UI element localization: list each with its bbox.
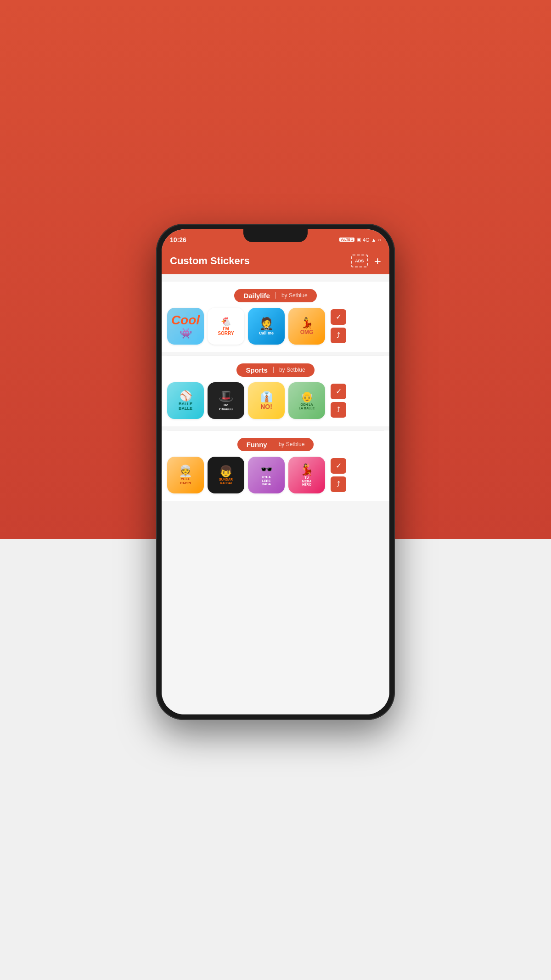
sticker-callme-text: Call me <box>259 331 274 335</box>
sticker-utha-text: UTHALEREBABA <box>262 476 271 486</box>
network-icon: ▲ <box>371 237 376 243</box>
pack-author-funny: by Setblue <box>279 441 305 448</box>
sticker-de[interactable]: 🎩 DeChauuu <box>208 382 244 419</box>
badge-divider-2 <box>273 367 274 373</box>
status-time: 10:26 <box>170 236 186 244</box>
stickers-row-dailylife: Cool 👾 🐔 I'MSORRY 🤵 <box>162 308 389 345</box>
sticker-pack-funny: Funny by Setblue 👳 YELEPAPPI <box>162 431 389 501</box>
sticker-tu-text: TUMERAHERO <box>302 476 312 487</box>
sticker-sundar-text: SUNDARKAI BAI <box>219 478 233 485</box>
sticker-yele-text: YELEPAPPI <box>180 477 191 486</box>
sticker-packs-list: Dailylife by Setblue Cool 👾 <box>162 274 389 714</box>
sticker-sundar[interactable]: 👦 SUNDARKAI BAI <box>208 457 244 493</box>
sticker-sorry-text: I'MSORRY <box>218 327 234 336</box>
pack-name-sports: Sports <box>246 366 268 374</box>
pack-actions-dailylife: ✓ ⤴ <box>331 309 346 343</box>
phone-screen: 10:26 VoLTE 1 ▣ 4G ▲ ○ Custom Stickers A… <box>162 229 389 714</box>
sticker-no[interactable]: 👔 NO! <box>248 382 285 419</box>
share-pack-sports-button[interactable]: ⤴ <box>331 402 346 418</box>
pack-author-sports: by Setblue <box>279 367 305 373</box>
app-bar-actions: ADS + <box>351 255 381 267</box>
share-pack-dailylife-button[interactable]: ⤴ <box>331 328 346 343</box>
add-pack-dailylife-button[interactable]: ✓ <box>331 309 346 325</box>
add-pack-sports-button[interactable]: ✓ <box>331 384 346 399</box>
add-button[interactable]: + <box>374 255 381 267</box>
volte-badge: VoLTE 1 <box>339 238 354 242</box>
sticker-tu[interactable]: 💃 TUMERAHERO <box>288 457 325 493</box>
sticker-callme[interactable]: 🤵 Call me <box>248 308 285 345</box>
sticker-pack-sports: Sports by Setblue ⚾ BALLEBALLE <box>162 356 389 426</box>
pack-name-funny: Funny <box>247 441 267 448</box>
add-pack-funny-button[interactable]: ✓ <box>331 458 346 474</box>
sticker-cool-text: Cool <box>171 313 200 328</box>
stickers-row-sports: ⚾ BALLEBALLE 🎩 DeChauuu � <box>162 382 389 419</box>
status-icons: VoLTE 1 ▣ 4G ▲ ○ <box>339 237 381 243</box>
sticker-omg[interactable]: 💃 OMG <box>288 308 325 345</box>
phone-frame: 10:26 VoLTE 1 ▣ 4G ▲ ○ Custom Stickers A… <box>156 224 395 720</box>
phone-notch <box>243 229 308 242</box>
pack-badge-funny: Funny by Setblue <box>237 438 314 451</box>
pack-actions-sports: ✓ ⤴ <box>331 384 346 418</box>
sticker-yele[interactable]: 👳 YELEPAPPI <box>167 457 204 493</box>
badge-divider <box>276 292 276 299</box>
pack-badge-sports: Sports by Setblue <box>236 363 314 377</box>
sticker-ooh[interactable]: 👴 OOH LALA BALLE <box>288 382 325 419</box>
pack-badge-dailylife: Dailylife by Setblue <box>234 289 316 302</box>
sticker-no-text: NO! <box>260 403 272 410</box>
sticker-de-text: DeChauuu <box>219 403 233 412</box>
sticker-utha[interactable]: 🕶️ UTHALEREBABA <box>248 457 285 493</box>
ads-button[interactable]: ADS <box>351 255 368 267</box>
app-bar: Custom Stickers ADS + <box>162 248 389 274</box>
sticker-pack-dailylife: Dailylife by Setblue Cool 👾 <box>162 282 389 352</box>
sticker-omg-text: OMG <box>300 329 314 335</box>
battery-icon: ▣ <box>356 237 361 243</box>
pack-name-dailylife: Dailylife <box>243 292 270 300</box>
stickers-row-funny: 👳 YELEPAPPI 👦 SUNDARKAI BAI <box>162 457 389 493</box>
carrier-icon: ○ <box>378 237 381 243</box>
sticker-ooh-text: OOH LALA BALLE <box>299 403 315 410</box>
sticker-sorry[interactable]: 🐔 I'MSORRY <box>208 308 244 345</box>
app-title: Custom Stickers <box>170 255 250 267</box>
signal-icon: 4G <box>363 237 370 243</box>
share-pack-funny-button[interactable]: ⤴ <box>331 476 346 492</box>
badge-divider-3 <box>273 441 273 448</box>
sticker-balle[interactable]: ⚾ BALLEBALLE <box>167 382 204 419</box>
pack-header-dailylife: Dailylife by Setblue <box>162 282 389 308</box>
sticker-cool[interactable]: Cool 👾 <box>167 308 204 345</box>
pack-header-sports: Sports by Setblue <box>162 356 389 382</box>
sticker-balle-text: BALLEBALLE <box>179 402 192 411</box>
pack-author-dailylife: by Setblue <box>281 292 308 299</box>
pack-actions-funny: ✓ ⤴ <box>331 458 346 492</box>
pack-header-funny: Funny by Setblue <box>162 431 389 457</box>
